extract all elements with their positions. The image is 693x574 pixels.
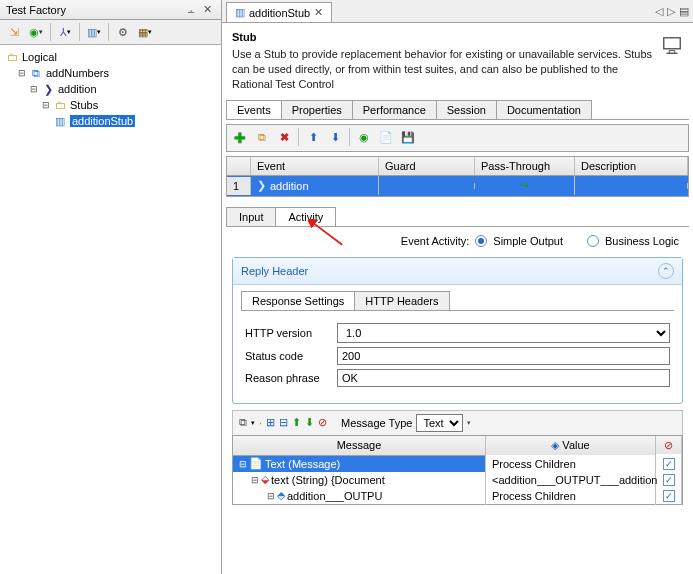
move-down-icon[interactable]: ⬇ [305, 416, 314, 429]
radio-simple-output-label: Simple Output [493, 235, 563, 247]
next-icon[interactable]: ▷ [667, 5, 675, 18]
row-num: 1 [227, 177, 251, 195]
collapse-icon[interactable]: ⊟ [28, 84, 40, 94]
filter-icon[interactable]: ⅄▾ [55, 22, 75, 42]
close-icon[interactable]: ✕ [200, 3, 215, 16]
event-activity-label: Event Activity: [401, 235, 469, 247]
close-icon[interactable]: ✕ [314, 6, 323, 19]
stub-heading: Stub [232, 31, 653, 43]
radio-business-logic-label: Business Logic [605, 235, 679, 247]
tab-http-headers[interactable]: HTTP Headers [354, 291, 449, 310]
tab-activity[interactable]: Activity [275, 207, 336, 226]
tab-performance[interactable]: Performance [352, 100, 437, 119]
collapse-icon[interactable]: ⊟ [251, 475, 259, 485]
col-enabled: ⊘ [656, 436, 682, 455]
radio-business-logic[interactable] [587, 235, 599, 247]
import-icon[interactable]: 📄 [376, 128, 396, 148]
run-event-icon[interactable]: ◉ [354, 128, 374, 148]
computer-icon [661, 35, 683, 57]
folder-icon: 🗀 [52, 99, 68, 111]
tree-item-addition[interactable]: ⊟ ❯ addition [4, 81, 217, 97]
collapse-icon[interactable]: ⊟ [279, 416, 288, 429]
tab-session[interactable]: Session [436, 100, 497, 119]
gear-icon[interactable]: ⚙ [113, 22, 133, 42]
message-type-select[interactable]: Text [416, 414, 463, 432]
reason-phrase-label: Reason phrase [245, 372, 337, 384]
tab-response-settings[interactable]: Response Settings [241, 291, 355, 310]
editor-tab-title: additionStub [249, 7, 310, 19]
new-item-icon[interactable]: ◉▾ [26, 22, 46, 42]
test-factory-header: Test Factory ⫠ ✕ [0, 0, 221, 20]
http-version-label: HTTP version [245, 327, 337, 339]
reply-header-panel: Reply Header ⌃ Response Settings HTTP He… [232, 257, 683, 404]
tree-root[interactable]: 🗀 Logical [4, 49, 217, 65]
project-tree[interactable]: 🗀 Logical ⊟ ⧉ addNumbers ⊟ ❯ addition ⊟ … [0, 45, 221, 574]
editor-tab-row: ▥ additionStub ✕ ◁ ▷ ▤ [222, 0, 693, 23]
calendar-icon[interactable]: ▦▾ [135, 22, 155, 42]
folder-icon: 🗀 [4, 51, 20, 63]
expand-icon[interactable]: ⊞ [266, 416, 275, 429]
tab-input[interactable]: Input [226, 207, 276, 226]
stub-icon: ▥ [235, 6, 245, 19]
status-code-input[interactable] [337, 347, 670, 365]
tab-documentation[interactable]: Documentation [496, 100, 592, 119]
collapse-icon[interactable]: ⊟ [16, 68, 28, 78]
move-up-icon[interactable]: ⬆ [303, 128, 323, 148]
tree-item-additionstub[interactable]: ▥ additionStub [4, 113, 217, 129]
editor-tab-additionstub[interactable]: ▥ additionStub ✕ [226, 2, 332, 22]
event-name: addition [270, 180, 309, 192]
run-icon[interactable]: ▥▾ [84, 22, 104, 42]
events-toolbar: ✚ ⧉ ✖ ⬆ ⬇ ◉ 📄 💾 [226, 124, 689, 152]
col-description: Description [575, 157, 688, 175]
collapse-chevron-icon[interactable]: ⌃ [658, 263, 674, 279]
tree-item-stubs[interactable]: ⊟ 🗀 Stubs [4, 97, 217, 113]
add-icon[interactable]: ✚ [230, 128, 250, 148]
stub-icon: ▥ [52, 115, 68, 128]
msg-row-label: addition___OUTPU [287, 490, 382, 502]
tab-events[interactable]: Events [226, 100, 282, 119]
io-tabs: Input Activity [226, 207, 689, 227]
reason-phrase-input[interactable] [337, 369, 670, 387]
list-icon[interactable]: ▤ [679, 5, 689, 18]
operation-arrow-icon: ❯ [257, 179, 266, 192]
event-row[interactable]: 1 ❯ addition ↪ [227, 176, 688, 196]
row-enabled-checkbox[interactable]: ✓ [663, 458, 675, 470]
row-enabled-checkbox[interactable]: ✓ [663, 474, 675, 486]
message-row[interactable]: ⊟ ⬘ addition___OUTPU Process Children ✓ [233, 488, 682, 504]
http-version-select[interactable]: 1.0 [337, 323, 670, 343]
svg-rect-0 [664, 38, 681, 49]
stack-icon: ⧉ [28, 67, 44, 80]
event-activity-row: Event Activity: Simple Output Business L… [222, 227, 693, 257]
save-icon[interactable]: 💾 [398, 128, 418, 148]
col-value: ◈ Value [486, 436, 656, 455]
pin-icon[interactable]: ⫠ [183, 4, 200, 16]
tree-item-addnumbers[interactable]: ⊟ ⧉ addNumbers [4, 65, 217, 81]
reply-header-title: Reply Header [241, 265, 308, 277]
collapse-icon[interactable]: ⊟ [40, 100, 52, 110]
radio-simple-output[interactable] [475, 235, 487, 247]
response-tabs: Response Settings HTTP Headers [241, 291, 674, 311]
link-icon[interactable]: ⧉ [239, 416, 247, 429]
move-down-icon[interactable]: ⬇ [325, 128, 345, 148]
collapse-icon[interactable]: ⊟ [267, 491, 275, 501]
row-enabled-checkbox[interactable]: ✓ [663, 490, 675, 502]
operation-arrow-icon: ❯ [40, 83, 56, 96]
prev-icon[interactable]: ◁ [655, 5, 663, 18]
tab-properties[interactable]: Properties [281, 100, 353, 119]
expand-all-icon[interactable]: ⇲ [4, 22, 24, 42]
passthrough-icon[interactable]: ↪ [520, 179, 529, 191]
msg-row-value[interactable]: Process Children [486, 487, 656, 505]
message-table: Message ◈ Value ⊘ ⊟ 📄 Text (Message) Pro… [232, 435, 683, 505]
collapse-icon[interactable]: ⊟ [239, 459, 247, 469]
message-type-label: Message Type [341, 417, 412, 429]
stop-icon[interactable]: ⊘ [318, 416, 327, 429]
delete-icon[interactable]: ✖ [274, 128, 294, 148]
move-up-icon[interactable]: ⬆ [292, 416, 301, 429]
col-passthrough: Pass-Through [475, 157, 575, 175]
col-message: Message [233, 436, 486, 455]
col-num [227, 157, 251, 175]
col-guard: Guard [379, 157, 475, 175]
text-node-icon: 📄 [249, 457, 263, 470]
copy-icon[interactable]: ⧉ [252, 128, 272, 148]
status-code-label: Status code [245, 350, 337, 362]
